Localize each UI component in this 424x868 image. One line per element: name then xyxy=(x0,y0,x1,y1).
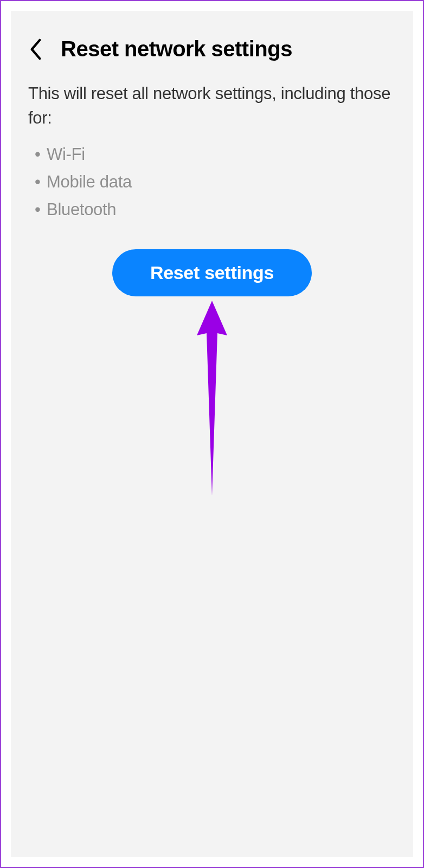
button-wrapper: Reset settings xyxy=(11,223,413,296)
reset-settings-button[interactable]: Reset settings xyxy=(112,249,312,296)
list-item: Bluetooth xyxy=(47,196,396,223)
phone-screen: Reset network settings This will reset a… xyxy=(11,11,413,857)
back-icon[interactable] xyxy=(27,37,44,61)
reset-items-list: Wi-Fi Mobile data Bluetooth xyxy=(11,131,413,223)
page-title: Reset network settings xyxy=(61,37,292,61)
frame: Reset network settings This will reset a… xyxy=(0,0,424,868)
arrow-annotation-icon xyxy=(190,301,234,498)
description-text: This will reset all network settings, in… xyxy=(11,72,413,131)
list-item: Wi-Fi xyxy=(47,140,396,168)
list-item: Mobile data xyxy=(47,168,396,196)
header: Reset network settings xyxy=(11,11,413,72)
